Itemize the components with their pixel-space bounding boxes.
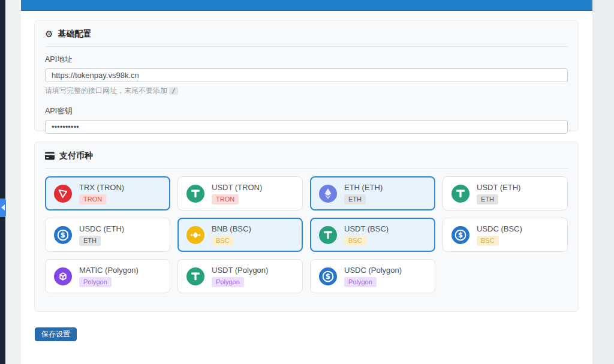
basic-config-card: ⚙ 基础配置 API地址 请填写完整的接口网址，末尾不要添加 / API密钥: [34, 20, 579, 131]
svg-text:$: $: [326, 272, 330, 281]
divider: [45, 168, 568, 169]
network-badge: BSC: [344, 236, 366, 246]
api-url-input[interactable]: [45, 68, 568, 82]
network-badge: Polygon: [344, 277, 377, 287]
chevron-left-icon: [1, 204, 5, 210]
payment-currency-title: 支付币种: [59, 151, 93, 161]
currency-tile-bnb-bsc[interactable]: BNB (BSC) BSC: [177, 218, 303, 252]
divider: [45, 46, 568, 47]
left-edge-strip: [0, 0, 5, 364]
top-navbar: [21, 0, 592, 11]
usdt-coin-icon: [452, 185, 469, 203]
right-gutter: [592, 0, 614, 364]
usdc-coin-icon: $: [452, 226, 469, 244]
network-badge: TRON: [212, 194, 239, 204]
sidebar-expand-toggle[interactable]: [0, 198, 6, 217]
api-url-label: API地址: [45, 55, 568, 65]
api-url-field-group: API地址 请填写完整的接口网址，末尾不要添加 /: [45, 55, 568, 96]
currency-tile-usdt-bsc[interactable]: USDT (BSC) BSC: [310, 218, 435, 252]
network-badge: ETH: [477, 194, 498, 204]
network-badge: BSC: [477, 236, 499, 246]
svg-text:$: $: [61, 231, 65, 239]
screen: ⚙ 基础配置 API地址 请填写完整的接口网址，末尾不要添加 / API密钥: [0, 0, 614, 364]
left-gutter: [5, 0, 21, 364]
currency-tile-usdc-polygon[interactable]: $ USDC (Polygon) Polygon: [310, 259, 435, 293]
svg-text:$: $: [458, 231, 463, 239]
basic-config-title: 基础配置: [58, 29, 91, 40]
payment-currency-card: 支付币种 TRX (TRON) TRON: [34, 142, 579, 312]
api-key-label: API密钥: [45, 106, 568, 116]
currency-tile-matic-polygon[interactable]: MATIC (Polygon) Polygon: [45, 259, 170, 293]
network-badge: Polygon: [212, 277, 244, 287]
currency-tile-usdt-tron[interactable]: USDT (TRON) TRON: [177, 176, 303, 210]
matic-coin-icon: [54, 267, 72, 285]
trx-coin-icon: [54, 185, 72, 203]
basic-config-heading: ⚙ 基础配置: [45, 29, 568, 40]
currency-tile-usdc-bsc[interactable]: $ USDC (BSC) BSC: [443, 218, 568, 252]
network-badge: TRON: [79, 194, 106, 204]
currency-grid: TRX (TRON) TRON USDT (TRON) TRON: [45, 176, 568, 293]
credit-card-icon: [45, 152, 55, 160]
main-content: ⚙ 基础配置 API地址 请填写完整的接口网址，末尾不要添加 / API密钥: [21, 0, 592, 364]
eth-coin-icon: [319, 185, 337, 203]
usdc-coin-icon: $: [319, 267, 337, 285]
currency-tile-trx-tron[interactable]: TRX (TRON) TRON: [45, 176, 170, 210]
network-badge: BSC: [212, 236, 234, 246]
gear-icon: ⚙: [45, 30, 53, 39]
api-url-help: 请填写完整的接口网址，末尾不要添加 /: [45, 86, 568, 96]
bnb-coin-icon: [186, 226, 204, 244]
slash-code-chip: /: [169, 87, 178, 95]
usdt-coin-icon: [186, 185, 204, 203]
currency-tile-usdt-polygon[interactable]: USDT (Polygon) Polygon: [177, 259, 303, 293]
currency-tile-usdc-eth[interactable]: $ USDC (ETH) ETH: [45, 218, 170, 252]
currency-tile-eth-eth[interactable]: ETH (ETH) ETH: [310, 176, 435, 210]
save-settings-button[interactable]: 保存设置: [35, 327, 77, 341]
usdt-coin-icon: [186, 267, 204, 285]
currency-tile-usdt-eth[interactable]: USDT (ETH) ETH: [443, 176, 568, 210]
network-badge: Polygon: [79, 277, 112, 287]
network-badge: ETH: [344, 194, 366, 204]
network-badge: ETH: [79, 236, 101, 246]
usdt-coin-icon: [319, 226, 337, 244]
payment-currency-heading: 支付币种: [45, 151, 568, 161]
api-key-field-group: API密钥: [45, 106, 568, 134]
usdc-coin-icon: $: [54, 226, 72, 244]
api-key-input[interactable]: [45, 120, 568, 134]
